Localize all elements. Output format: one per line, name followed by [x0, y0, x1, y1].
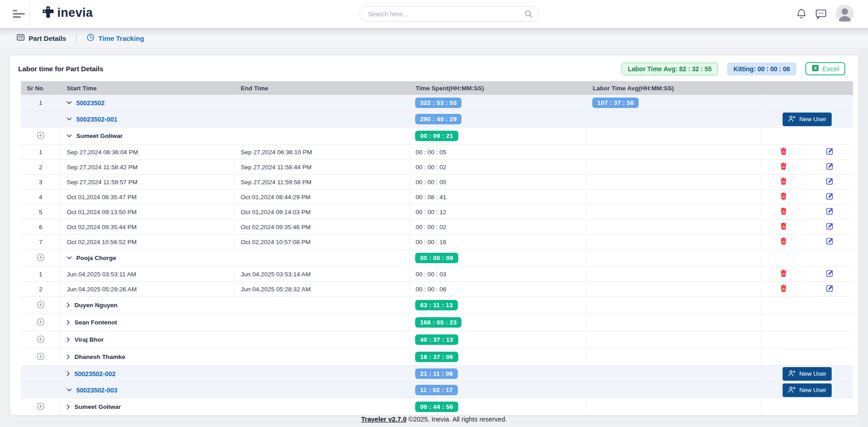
excel-export-button[interactable]: Excel: [805, 62, 845, 75]
summary-badges: Labor Time Avg: 82 : 32 : 55 Kitting: 00…: [621, 62, 845, 75]
time-entry-row: 1Sep 27,2024 06:36:04 PMSep 27,2024 06:3…: [21, 145, 853, 160]
start-time: Sep 27,2024 11:59:57 PM: [61, 175, 235, 189]
traveler-version-link[interactable]: Traveler v2.7.0: [361, 416, 407, 423]
labor-time-table: Sr No Start Time End Time Time Spent(HH:…: [21, 81, 853, 415]
plus-circle-icon: [37, 335, 45, 344]
add-entry-button[interactable]: [37, 335, 45, 344]
edit-button[interactable]: [806, 282, 853, 296]
edit-button[interactable]: [806, 145, 853, 159]
edit-button[interactable]: [806, 175, 853, 189]
add-entry-button[interactable]: [37, 353, 45, 362]
user-avatar[interactable]: [836, 5, 854, 23]
delete-button[interactable]: [761, 267, 806, 281]
actions-empty: [761, 331, 853, 348]
edit-button[interactable]: [806, 190, 853, 204]
trash-icon: [780, 192, 787, 201]
labor-avg-empty: [587, 175, 761, 189]
edit-button[interactable]: [806, 220, 853, 234]
user-toggle[interactable]: Sean Fontenot: [61, 314, 410, 331]
table-body: 150023502322 : 53 : 55107 : 37 : 5850023…: [21, 95, 853, 415]
delete-button[interactable]: [761, 160, 806, 174]
page-title: Labor time for Part Details: [18, 65, 104, 73]
sr-no: [21, 366, 61, 382]
delete-button[interactable]: [761, 205, 806, 219]
time-spent-badge: 63 : 11 : 13: [415, 300, 458, 310]
part-number-link: 50023502-001: [76, 116, 117, 123]
excel-label: Excel: [822, 65, 839, 73]
chevron-down-icon: [67, 101, 72, 104]
tab-part-details[interactable]: Part Details: [17, 34, 66, 42]
brand-logo[interactable]: inevia: [42, 6, 93, 20]
delete-button[interactable]: [761, 190, 806, 204]
user-row: Pooja Chorge00 : 00 : 09: [21, 250, 853, 267]
search-icon[interactable]: [524, 10, 533, 19]
time-spent-cell: 18 : 37 : 06: [410, 348, 587, 365]
menu-icon[interactable]: [13, 10, 25, 18]
new-user-button[interactable]: New User: [783, 113, 832, 126]
user-name: Sumeet Goliwar: [74, 403, 121, 410]
actions-empty: [761, 297, 853, 314]
delete-button[interactable]: [761, 145, 806, 159]
delete-button[interactable]: [761, 282, 806, 296]
search-bar[interactable]: [359, 6, 539, 22]
time-spent: 00 : 00 : 02: [410, 220, 587, 234]
bell-icon[interactable]: [796, 8, 807, 20]
edit-button[interactable]: [806, 160, 853, 174]
user-toggle[interactable]: Duyen Nguyen: [61, 297, 410, 314]
chevron-right-icon: [67, 371, 70, 376]
time-entry-row: 3Sep 27,2024 11:59:57 PMSep 27,2024 11:5…: [21, 175, 853, 190]
user-name: Pooja Chorge: [76, 255, 116, 261]
part-toggle[interactable]: 50023502-001: [61, 111, 410, 127]
chat-icon[interactable]: [815, 9, 827, 20]
add-entry-button[interactable]: [37, 132, 45, 141]
tab-label: Time Tracking: [99, 34, 144, 42]
user-row: Sean Fontenot168 : 05 : 23: [21, 314, 853, 331]
edit-button[interactable]: [806, 235, 853, 249]
user-row: Dhanesh Thamke18 : 37 : 06: [21, 348, 853, 366]
time-spent-cell: 322 : 53 : 55: [410, 95, 587, 111]
tab-time-tracking[interactable]: Time Tracking: [87, 34, 144, 43]
time-spent-badge: 168 : 05 : 23: [415, 317, 461, 328]
trash-icon: [780, 270, 787, 279]
labor-avg-empty: [587, 145, 761, 159]
user-toggle[interactable]: Sumeet Goliwar: [61, 128, 410, 144]
table-header-row: Sr No Start Time End Time Time Spent(HH:…: [21, 81, 853, 95]
edit-button[interactable]: [806, 267, 853, 281]
start-time: Oct 02,2024 09:35:44 PM: [61, 220, 235, 234]
user-toggle[interactable]: Pooja Chorge: [61, 250, 410, 266]
delete-button[interactable]: [761, 175, 806, 189]
card-header: Labor time for Part Details Labor Time A…: [10, 55, 858, 81]
user-plus-icon: [788, 370, 796, 378]
labor-avg-empty: [587, 220, 761, 234]
part-toggle[interactable]: 50023502-003: [61, 382, 410, 398]
start-time: Oct 01,2024 09:13:50 PM: [61, 205, 235, 219]
col-labor-time-avg: Labor Time Avg(HH:MM:SS): [587, 81, 761, 95]
edit-icon: [826, 207, 833, 216]
add-entry-button[interactable]: [37, 318, 45, 327]
plus-circle-icon: [37, 301, 45, 310]
part-toggle[interactable]: 50023502: [61, 95, 410, 111]
sr-no: [21, 382, 61, 398]
user-toggle[interactable]: Viraj Bhor: [61, 331, 410, 348]
page-scrollbar[interactable]: [860, 28, 868, 427]
delete-button[interactable]: [761, 235, 806, 249]
add-entry-button[interactable]: [37, 402, 45, 412]
actions-empty: [761, 348, 853, 365]
time-entry-row: 1Jun 04,2025 03:53:11 AMJun 04,2025 03:5…: [21, 267, 853, 282]
end-time: Oct 02,2024 09:35:46 PM: [235, 220, 410, 234]
delete-button[interactable]: [761, 220, 806, 234]
add-entry-button[interactable]: [37, 254, 45, 263]
add-entry-button[interactable]: [37, 301, 45, 310]
search-input[interactable]: [360, 10, 524, 18]
time-spent-badge: 21 : 11 : 08: [415, 368, 458, 379]
user-row: Sumeet Goliwar00 : 09 : 21: [21, 128, 853, 145]
new-user-button[interactable]: New User: [783, 367, 832, 381]
start-time: Jun 04,2025 05:28:26 AM: [61, 282, 235, 296]
user-toggle[interactable]: Dhanesh Thamke: [61, 348, 410, 365]
chevron-down-icon: [67, 134, 72, 137]
part-toggle[interactable]: 50023502-002: [61, 366, 410, 382]
new-user-button[interactable]: New User: [783, 383, 832, 397]
edit-button[interactable]: [806, 205, 853, 219]
edit-icon: [826, 192, 833, 201]
user-toggle[interactable]: Sumeet Goliwar: [61, 398, 410, 415]
